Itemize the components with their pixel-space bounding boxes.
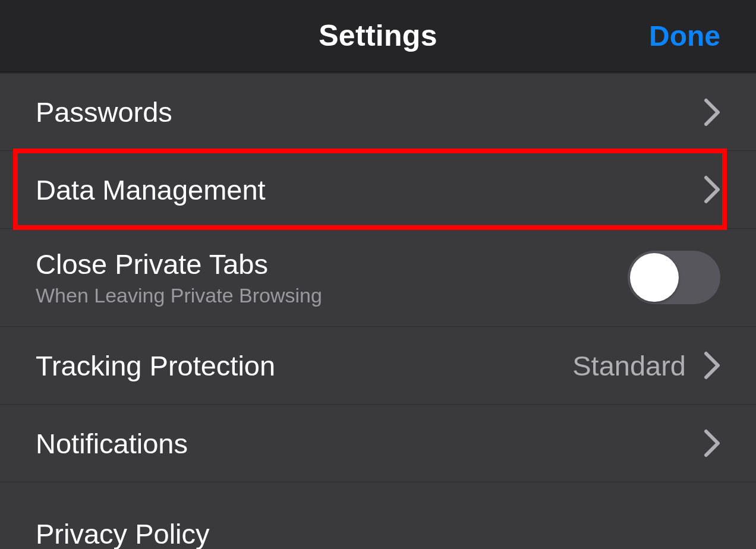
label-notifications: Notifications (36, 427, 188, 460)
row-privacy-policy[interactable]: Privacy Policy (0, 482, 756, 549)
label-passwords: Passwords (36, 96, 172, 128)
done-button[interactable]: Done (649, 20, 720, 52)
toggle-knob (630, 253, 679, 302)
subtitle-close-private-tabs: When Leaving Private Browsing (36, 284, 322, 307)
label-tracking-protection: Tracking Protection (36, 349, 275, 382)
chevron-right-icon (704, 351, 720, 380)
value-tracking-protection: Standard (572, 349, 686, 382)
chevron-right-icon (704, 429, 720, 457)
chevron-right-icon (704, 98, 720, 127)
settings-list: Passwords Data Management Close Private … (0, 72, 756, 549)
row-data-management[interactable]: Data Management (0, 150, 756, 228)
row-passwords[interactable]: Passwords (0, 72, 756, 150)
label-privacy-policy: Privacy Policy (36, 518, 210, 549)
page-title: Settings (319, 18, 437, 53)
row-notifications[interactable]: Notifications (0, 404, 756, 482)
label-close-private-tabs: Close Private Tabs (36, 248, 322, 280)
label-data-management: Data Management (36, 173, 266, 206)
row-close-private-tabs: Close Private Tabs When Leaving Private … (0, 228, 756, 326)
toggle-close-private-tabs[interactable] (628, 251, 720, 304)
chevron-right-icon (704, 175, 720, 204)
row-tracking-protection[interactable]: Tracking Protection Standard (0, 326, 756, 404)
header-bar: Settings Done (0, 0, 756, 71)
